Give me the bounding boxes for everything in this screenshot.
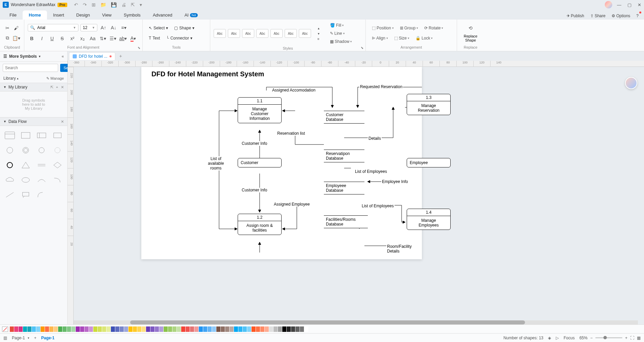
shape-circle2[interactable] xyxy=(19,144,32,156)
rotate-menu[interactable]: ⟳Rotate▾ xyxy=(422,24,446,32)
entity-employee[interactable]: Employee xyxy=(407,158,451,167)
color-swatch[interactable] xyxy=(216,326,220,332)
publish-button[interactable]: ✈Publish xyxy=(565,12,586,20)
tab-file[interactable]: File xyxy=(3,10,23,20)
color-swatch[interactable] xyxy=(273,326,278,332)
line-menu[interactable]: ✎Line▾ xyxy=(327,30,355,37)
shape-circle3[interactable] xyxy=(35,144,48,156)
library-label[interactable]: Library xyxy=(3,76,16,81)
color-swatch[interactable] xyxy=(265,326,269,332)
datastore-reservation[interactable]: Reservatipon Database xyxy=(324,150,364,162)
highlight-icon[interactable]: ab▾ xyxy=(119,34,127,43)
shape-tool[interactable]: ▢Shape▾ xyxy=(171,24,197,32)
underline-icon[interactable]: U xyxy=(48,34,56,43)
add-page-icon[interactable]: + xyxy=(34,336,37,340)
fill-menu[interactable]: 🪣Fill▾ xyxy=(327,22,355,29)
lock-menu[interactable]: 🔒Lock▾ xyxy=(413,34,435,42)
style-up-icon[interactable]: ▴ xyxy=(314,26,323,30)
color-swatch[interactable] xyxy=(63,326,67,332)
color-swatch[interactable] xyxy=(133,326,137,332)
my-library-header[interactable]: ▼My Library ⇱+✕ xyxy=(0,83,67,91)
color-swatch[interactable] xyxy=(27,326,31,332)
process-1-1[interactable]: 1.1 Manage Customer Information xyxy=(238,97,282,123)
shape-callout[interactable] xyxy=(19,189,32,201)
maximize-icon[interactable]: ▢ xyxy=(627,2,631,7)
color-swatch[interactable] xyxy=(199,326,203,332)
color-swatch[interactable] xyxy=(102,326,106,332)
shadow-menu[interactable]: ▦Shadow▾ xyxy=(327,38,355,45)
color-swatch[interactable] xyxy=(168,326,172,332)
color-swatch[interactable] xyxy=(186,326,190,332)
color-swatch[interactable] xyxy=(190,326,194,332)
undo-icon[interactable]: ↶ xyxy=(74,2,78,7)
shape-rect[interactable] xyxy=(19,129,32,141)
lib-export-icon[interactable]: ⇱ xyxy=(50,85,53,89)
color-swatch[interactable] xyxy=(36,326,40,332)
color-swatch[interactable] xyxy=(124,326,128,332)
shape-cloud[interactable] xyxy=(3,174,17,186)
shape-diamond[interactable] xyxy=(51,159,64,171)
shape-rect2[interactable] xyxy=(51,129,64,141)
styles-launcher-icon[interactable]: ⬊ xyxy=(361,46,363,50)
process-1-4[interactable]: 1.4 Manage Employees xyxy=(407,209,451,230)
copy-icon[interactable]: ⧉ xyxy=(3,34,11,42)
replace-shape-icon[interactable]: ⟲ xyxy=(467,24,475,32)
style-more-icon[interactable]: ≡ xyxy=(314,36,323,41)
color-swatch[interactable] xyxy=(238,326,242,332)
color-swatch[interactable] xyxy=(194,326,198,332)
more-symbols-header[interactable]: ☰ More Symbols▾ « xyxy=(0,51,67,62)
symbol-search-input[interactable] xyxy=(3,64,58,72)
library-dropzone[interactable]: Drag symbols here to add to My Library xyxy=(0,91,67,117)
page-tab-1[interactable]: Page-1 xyxy=(41,336,54,340)
datastore-employee[interactable]: Employeee Database xyxy=(324,182,364,194)
shape-arc[interactable] xyxy=(35,174,48,186)
color-swatch[interactable] xyxy=(10,326,14,332)
position-menu[interactable]: ⬚Position▾ xyxy=(369,24,397,32)
style-chip-6[interactable]: Abc xyxy=(285,29,297,38)
color-swatch[interactable] xyxy=(19,326,23,332)
color-swatch[interactable] xyxy=(23,326,27,332)
color-swatch[interactable] xyxy=(208,326,212,332)
paste-icon[interactable]: 📋▾ xyxy=(12,34,20,42)
bold-icon[interactable]: B xyxy=(28,34,36,43)
shape-circle-bold[interactable] xyxy=(3,159,17,171)
new-icon[interactable]: ⊞ xyxy=(92,2,96,7)
shape-triangle[interactable] xyxy=(19,159,32,171)
options-button[interactable]: ⚙Options xyxy=(610,12,632,20)
tab-ai[interactable]: AIhot xyxy=(178,10,204,20)
qat-more-icon[interactable]: ▾ xyxy=(140,2,142,7)
open-icon[interactable]: 📁 xyxy=(100,2,106,7)
color-swatch[interactable] xyxy=(172,326,176,332)
canvas-hscrollbar[interactable] xyxy=(74,320,638,324)
color-swatch[interactable] xyxy=(212,326,216,332)
manage-library-button[interactable]: ✎ Manage xyxy=(46,76,64,81)
group-menu[interactable]: ⊞Group▾ xyxy=(397,24,421,32)
shape-circle4[interactable] xyxy=(51,144,64,156)
presentation-icon[interactable]: ▷ xyxy=(556,336,559,340)
canvas[interactable]: DFD for Hotel Management System xyxy=(74,67,644,324)
color-swatch[interactable] xyxy=(177,326,181,332)
color-swatch[interactable] xyxy=(32,326,36,332)
zoom-slider[interactable] xyxy=(595,337,622,338)
color-swatch[interactable] xyxy=(252,326,256,332)
color-swatch[interactable] xyxy=(295,326,300,332)
share-button[interactable]: ⇪Share xyxy=(588,12,607,20)
layers-icon[interactable]: ◈ xyxy=(548,336,551,340)
color-swatch[interactable] xyxy=(76,326,80,332)
color-swatch[interactable] xyxy=(128,326,133,332)
shrink-font-icon[interactable]: A↓ xyxy=(110,24,118,32)
color-swatch[interactable] xyxy=(300,326,304,332)
fullscreen-icon[interactable]: ▦ xyxy=(637,336,641,340)
color-swatch[interactable] xyxy=(115,326,119,332)
color-swatch[interactable] xyxy=(142,326,146,332)
color-swatch[interactable] xyxy=(137,326,141,332)
align-menu[interactable]: ⊫Align▾ xyxy=(369,34,391,42)
superscript-icon[interactable]: x² xyxy=(68,34,76,43)
case-icon[interactable]: Aa xyxy=(89,34,97,43)
shape-datastore[interactable] xyxy=(35,129,48,141)
color-swatch[interactable] xyxy=(80,326,84,332)
color-swatch[interactable] xyxy=(58,326,62,332)
replace-shape-label[interactable]: Replace Shape xyxy=(464,34,477,42)
color-swatch[interactable] xyxy=(111,326,115,332)
color-swatch[interactable] xyxy=(54,326,58,332)
